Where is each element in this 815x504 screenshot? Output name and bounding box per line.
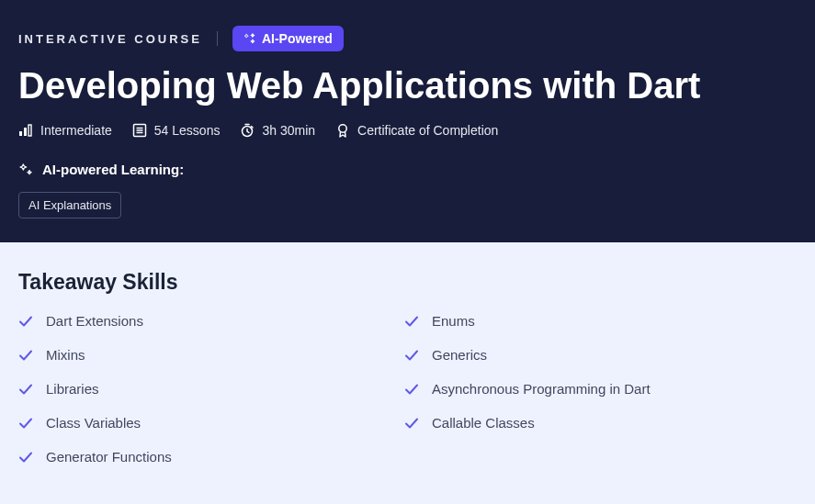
- skill-item: Callable Classes: [404, 415, 797, 431]
- check-icon: [18, 416, 33, 431]
- meta-certificate-text: Certificate of Completion: [357, 123, 498, 138]
- skill-label: Mixins: [46, 347, 85, 363]
- badge-row: INTERACTIVE COURSE AI-Powered: [18, 26, 797, 51]
- course-type-kicker: INTERACTIVE COURSE: [18, 32, 202, 46]
- check-icon: [404, 416, 419, 431]
- skill-label: Class Variables: [46, 415, 141, 431]
- course-title: Developing Web Applications with Dart: [18, 64, 797, 106]
- check-icon: [18, 348, 33, 363]
- ai-badge-label: AI-Powered: [262, 31, 333, 46]
- skill-label: Callable Classes: [432, 415, 535, 431]
- skill-label: Generator Functions: [46, 449, 172, 465]
- ai-powered-badge: AI-Powered: [232, 26, 344, 51]
- tags-row: AI Explanations: [18, 192, 797, 218]
- clock-icon: [240, 123, 255, 138]
- skill-item: Generics: [404, 347, 797, 363]
- svg-rect-0: [19, 131, 22, 136]
- divider: [217, 31, 218, 46]
- ai-learning-label: AI-powered Learning:: [42, 162, 184, 177]
- skill-label: Enums: [432, 313, 475, 329]
- skill-label: Dart Extensions: [46, 313, 143, 329]
- list-icon: [132, 123, 147, 138]
- check-icon: [18, 382, 33, 397]
- skill-item: Generator Functions: [18, 449, 404, 465]
- check-icon: [404, 314, 419, 329]
- skills-heading: Takeaway Skills: [18, 270, 797, 295]
- meta-lessons: 54 Lessons: [132, 123, 221, 138]
- skill-item: Mixins: [18, 347, 404, 363]
- meta-lessons-text: 54 Lessons: [154, 123, 221, 138]
- meta-duration-text: 3h 30min: [262, 123, 315, 138]
- bars-icon: [18, 123, 33, 138]
- tag-ai-explanations[interactable]: AI Explanations: [18, 192, 121, 218]
- ai-learning-label-row: AI-powered Learning:: [18, 162, 797, 177]
- sparkle-icon: [243, 32, 256, 45]
- skill-label: Libraries: [46, 381, 99, 397]
- check-icon: [404, 382, 419, 397]
- course-hero: INTERACTIVE COURSE AI-Powered Developing…: [0, 0, 815, 242]
- skill-item: Class Variables: [18, 415, 404, 431]
- skill-item: Enums: [404, 313, 797, 329]
- certificate-icon: [335, 123, 350, 138]
- skill-item: Libraries: [18, 381, 404, 397]
- svg-point-8: [339, 125, 346, 132]
- svg-rect-2: [28, 125, 31, 136]
- skill-item: Dart Extensions: [18, 313, 404, 329]
- takeaway-skills-section: Takeaway Skills Dart Extensions Enums Mi…: [0, 242, 815, 483]
- svg-rect-1: [24, 128, 27, 136]
- skill-label: Asynchronous Programming in Dart: [432, 381, 651, 397]
- check-icon: [18, 314, 33, 329]
- meta-duration: 3h 30min: [240, 123, 315, 138]
- meta-level: Intermediate: [18, 123, 112, 138]
- check-icon: [404, 348, 419, 363]
- meta-certificate: Certificate of Completion: [335, 123, 498, 138]
- skill-label: Generics: [432, 347, 487, 363]
- meta-level-text: Intermediate: [40, 123, 112, 138]
- course-meta-row: Intermediate 54 Lessons 3h 30min: [18, 123, 797, 138]
- skill-item-empty: [404, 449, 797, 465]
- check-icon: [18, 450, 33, 465]
- skills-grid: Dart Extensions Enums Mixins Generics Li…: [18, 313, 797, 465]
- sparkle-icon: [18, 162, 33, 177]
- skill-item: Asynchronous Programming in Dart: [404, 381, 797, 397]
